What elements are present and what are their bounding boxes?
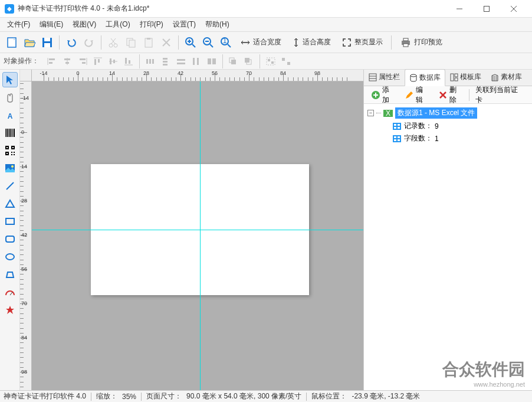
menu-edit[interactable]: 编辑(E) [35,18,68,31]
svg-rect-46 [110,58,111,64]
tree-root[interactable]: − X 数据源1 - MS Excel 文件 [366,106,530,120]
printer-icon [400,37,412,48]
properties-icon [369,73,377,81]
edit-button[interactable]: 编辑 [401,83,434,107]
menu-tools[interactable]: 工具(O) [101,18,134,31]
status-zoom-value: 35% [122,393,136,401]
right-panel: 属性栏 数据库 模板库 素材库 添加 编辑 [363,70,532,390]
zoom-actual-button[interactable]: 1 [218,34,234,51]
fit-page-button[interactable]: 整页显示 [337,34,387,51]
svg-rect-37 [64,58,70,60]
qrcode-tool[interactable] [2,143,18,158]
zoom-out-button[interactable] [200,34,216,51]
line-tool[interactable] [2,178,18,194]
menu-print[interactable]: 打印(P) [135,18,168,31]
align-right-icon [75,55,90,68]
svg-rect-69 [271,61,274,64]
hand-tool[interactable] [2,90,18,105]
fit-height-button[interactable]: 适合高度 [287,34,336,51]
paste-button[interactable] [140,34,157,51]
svg-line-92 [6,182,14,189]
svg-rect-31 [403,38,408,41]
separator [139,54,140,68]
svg-rect-1 [484,6,490,11]
delete-button[interactable]: 删除 [435,83,467,107]
svg-rect-52 [149,59,151,64]
text-tool[interactable]: A [2,107,18,123]
add-button[interactable]: 添加 [367,83,400,107]
ruler-horizontal[interactable]: -14014284256708498 [32,70,363,81]
svg-rect-88 [11,154,12,155]
add-icon [371,90,380,100]
save-button[interactable] [39,34,55,51]
rectangle-tool[interactable] [2,214,18,229]
svg-rect-120 [394,136,396,138]
svg-rect-60 [197,58,199,65]
cut-button[interactable] [105,34,121,51]
undo-button[interactable] [63,34,80,51]
star-tool[interactable] [2,302,18,318]
copy-button[interactable] [123,34,139,51]
maximize-button[interactable] [473,0,500,18]
print-preview-button[interactable]: 打印预览 [395,34,447,51]
separator [101,35,101,50]
svg-rect-114 [393,123,401,130]
new-button[interactable] [4,34,20,51]
send-back-icon [242,55,256,68]
svg-rect-56 [163,64,168,66]
menu-settings[interactable]: 设置(T) [168,18,201,31]
svg-rect-77 [11,129,12,137]
select-tool[interactable] [2,72,18,87]
group-icon [264,55,278,68]
database-icon [409,74,418,82]
open-button[interactable] [21,34,38,51]
barcode-tool[interactable] [2,125,18,140]
rounded-rect-tool[interactable] [2,231,18,247]
fields-label: 字段数： [404,133,432,143]
svg-rect-101 [451,74,454,81]
separator [469,89,469,101]
tree-records[interactable]: 记录数： 9 [390,120,530,132]
ruler-vertical[interactable]: -28-14014284256708498 [20,81,32,390]
polygon-tool[interactable] [2,267,18,282]
tree-fields[interactable]: 字段数： 1 [390,132,530,145]
menu-view[interactable]: 视图(V) [68,18,101,31]
svg-rect-38 [65,62,69,64]
template-icon [450,73,458,81]
minimize-button[interactable] [446,0,473,18]
ruler-corner [20,70,32,81]
canvas[interactable] [32,81,363,390]
align-top-icon [91,55,105,68]
svg-rect-73 [5,129,6,137]
excel-icon: X [383,109,393,117]
gauge-tool[interactable] [2,285,18,300]
distribute-v-icon [159,55,173,68]
link-card-button[interactable]: 关联到当前证卡 [472,83,528,107]
separator [59,35,60,50]
datasource-tree: − X 数据源1 - MS Excel 文件 记录数： 9 字段数： 1 [364,104,532,390]
image-tool[interactable] [2,161,18,176]
app-icon: ◆ [5,4,14,14]
svg-rect-13 [129,40,135,47]
menu-help[interactable]: 帮助(H) [201,18,234,31]
expand-icon[interactable]: − [367,110,374,116]
guide-vertical[interactable] [200,81,201,390]
svg-point-91 [11,165,14,168]
menu-file[interactable]: 文件(F) [2,18,35,31]
datasource-label[interactable]: 数据源1 - MS Excel 文件 [395,107,477,119]
delete-button[interactable] [158,34,175,51]
zoom-in-button[interactable] [182,34,199,51]
fit-width-label: 适合宽度 [253,37,281,47]
svg-rect-85 [6,153,8,154]
separator [91,393,91,401]
close-button[interactable] [500,0,527,18]
svg-rect-14 [145,38,152,47]
status-zoom-label: 缩放： [96,391,117,401]
guide-horizontal[interactable] [32,230,363,230]
triangle-tool[interactable] [2,196,18,211]
redo-button[interactable] [81,34,97,51]
canvas-area: -14014284256708498 -28-14014284256708498 [20,70,363,390]
status-mouse-label: 鼠标位置： [311,391,347,401]
fit-width-button[interactable]: 适合宽度 [235,34,286,51]
ellipse-tool[interactable] [2,249,18,264]
